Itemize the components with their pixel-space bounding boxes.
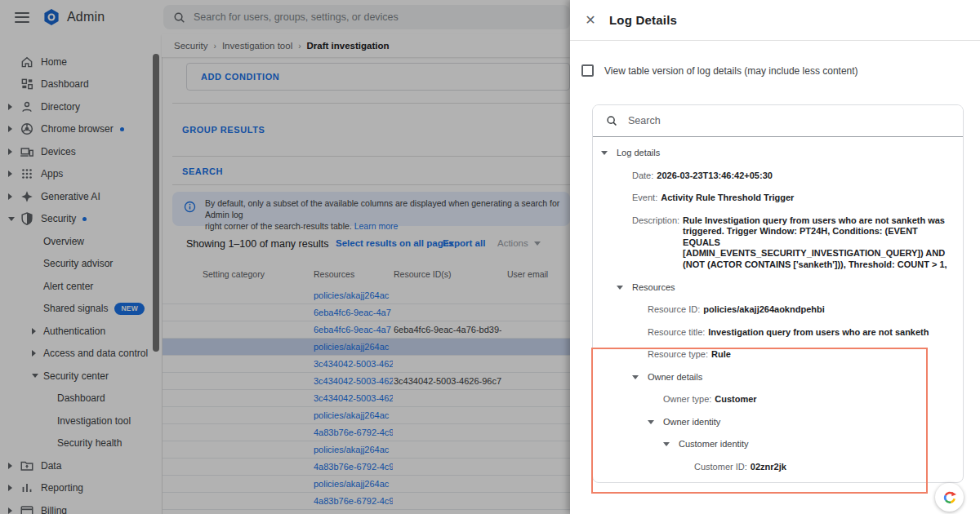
field-resource-title: Resource title: Investigation query from…: [593, 327, 963, 339]
field-label: Owner type:: [663, 394, 711, 405]
node-label: Owner details: [648, 372, 702, 383]
table-version-checkbox[interactable]: View table version of log details (may i…: [581, 64, 858, 77]
field-label: Description:: [632, 215, 679, 227]
caret-down-icon[interactable]: [663, 439, 679, 446]
field-label: Resource title:: [648, 327, 705, 339]
admin-console: Admin Security › Investigation tool › Dr…: [0, 0, 980, 514]
log-details-panel: ✕ Log Details View table version of log …: [570, 0, 980, 514]
log-search-input[interactable]: [628, 115, 922, 126]
search-icon: [606, 115, 617, 126]
field-event: Event: Activity Rule Threshold Trigger: [593, 193, 963, 204]
node-label: Resources: [632, 282, 675, 294]
log-details-card: Log details Date: 2026-03-23T13:46:42+05…: [592, 104, 964, 483]
node-label: Owner identity: [663, 417, 720, 428]
field-value: 2026-03-23T13:46:42+05:30: [657, 171, 955, 182]
panel-header: ✕ Log Details: [570, 0, 980, 41]
tree-node-customer-identity[interactable]: Customer identity: [593, 439, 963, 450]
log-details-tree: Log details Date: 2026-03-23T13:46:42+05…: [593, 137, 963, 472]
panel-title: Log Details: [609, 13, 677, 27]
tree-node-log-details[interactable]: Log details: [593, 148, 963, 159]
modal-scrim[interactable]: [0, 0, 570, 514]
caret-down-icon[interactable]: [601, 148, 617, 155]
field-value: Rule Investigation query from users who …: [683, 215, 955, 271]
log-search[interactable]: [593, 105, 963, 137]
tree-node-owner-identity[interactable]: Owner identity: [593, 417, 963, 428]
field-resource-type: Resource type: Rule: [593, 349, 963, 361]
node-label: Customer identity: [679, 439, 749, 450]
refresh-button[interactable]: [935, 483, 964, 512]
field-label: Date:: [632, 171, 653, 182]
caret-down-icon[interactable]: [617, 282, 632, 290]
refresh-icon: [942, 490, 958, 506]
tree-node-owner-details[interactable]: Owner details: [593, 372, 963, 383]
field-value: Investigation query from users who are n…: [708, 327, 955, 339]
field-label: Customer ID:: [694, 462, 747, 473]
field-value: Activity Rule Threshold Trigger: [661, 193, 955, 204]
field-label: Resource ID:: [648, 304, 700, 316]
field-owner-type: Owner type: Customer: [593, 394, 963, 405]
field-value: Rule: [711, 349, 955, 361]
field-date: Date: 2026-03-23T13:46:42+05:30: [593, 171, 963, 182]
field-description: Description: Rule Investigation query fr…: [593, 215, 963, 271]
field-value: 02znr2jk: [751, 462, 955, 473]
field-customer-id: Customer ID: 02znr2jk: [593, 462, 963, 473]
field-value: Customer: [715, 394, 955, 405]
close-icon[interactable]: ✕: [582, 12, 599, 28]
field-label: Resource type:: [648, 349, 708, 361]
caret-down-icon[interactable]: [632, 372, 648, 379]
field-value: policies/akajj264aokndpehbi: [703, 304, 955, 316]
caret-down-icon[interactable]: [648, 417, 663, 424]
checkbox-label: View table version of log details (may i…: [604, 65, 858, 77]
tree-node-resources[interactable]: Resources: [593, 282, 963, 294]
field-label: Event:: [632, 193, 657, 204]
node-label: Log details: [617, 148, 660, 159]
field-resource-id: Resource ID: policies/akajj264aokndpehbi: [593, 304, 963, 316]
checkbox-icon[interactable]: [581, 64, 594, 77]
